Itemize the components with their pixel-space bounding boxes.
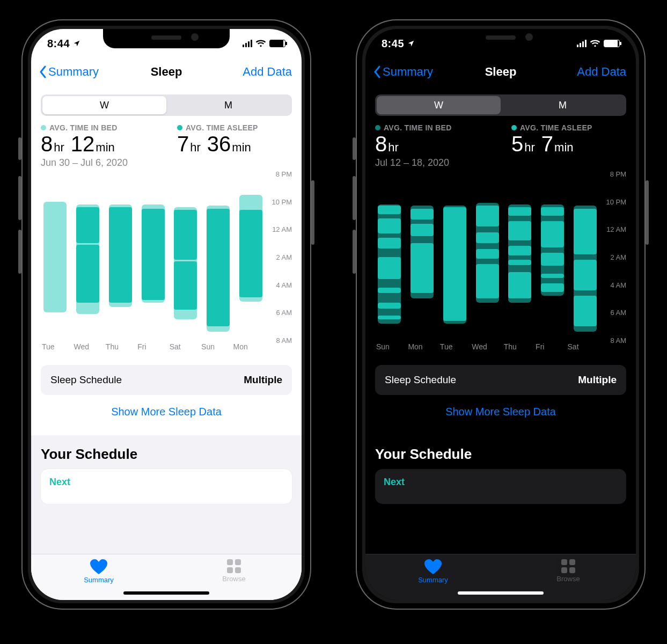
segmented-control[interactable]: W M	[375, 94, 626, 116]
svg-rect-3	[235, 567, 241, 573]
x-tick: Wed	[72, 342, 104, 356]
stage: 8:44 Summary Sleep Add Data	[0, 0, 667, 644]
y-tick: 6 AM	[610, 309, 626, 317]
date-range: Jun 30 – Jul 6, 2020	[41, 157, 292, 169]
show-more-link[interactable]: Show More Sleep Data	[375, 395, 626, 432]
chart-bar[interactable]	[507, 174, 533, 340]
status-time: 8:44	[47, 38, 70, 50]
next-label: Next	[384, 477, 618, 488]
wifi-icon	[255, 40, 266, 47]
row-value: Multiple	[578, 374, 617, 386]
legend-bed: AVG. TIME IN BED	[375, 123, 490, 132]
notch	[103, 29, 230, 48]
y-tick: 8 PM	[610, 170, 626, 178]
y-tick: 2 AM	[610, 253, 626, 261]
y-tick: 6 AM	[276, 309, 292, 317]
svg-rect-6	[561, 567, 567, 573]
y-tick: 4 AM	[610, 281, 626, 289]
y-tick: 12 AM	[272, 225, 292, 233]
nav-title: Sleep	[485, 65, 517, 79]
sleep-schedule-row[interactable]: Sleep Schedule Multiple	[375, 365, 626, 395]
next-label: Next	[49, 477, 283, 488]
add-data-button[interactable]: Add Data	[243, 65, 292, 79]
sleep-chart[interactable]: 8 PM10 PM12 AM2 AM4 AM6 AM8 AMTueWedThuF…	[41, 174, 292, 356]
chart-bar[interactable]	[140, 174, 166, 340]
back-button[interactable]: Summary	[373, 65, 433, 79]
svg-rect-5	[569, 559, 575, 565]
chart-bar[interactable]	[238, 174, 264, 340]
section-title-your-schedule: Your Schedule	[365, 444, 636, 469]
row-label: Sleep Schedule	[385, 374, 456, 386]
chart-bar[interactable]	[205, 174, 231, 340]
chart-bar[interactable]	[107, 174, 134, 340]
status-time: 8:45	[382, 38, 404, 50]
sleep-schedule-row[interactable]: Sleep Schedule Multiple	[41, 365, 292, 395]
metrics-row: AVG. TIME IN BED 8hr 12min AVG. TIME ASL…	[41, 123, 292, 156]
battery-icon	[604, 40, 620, 47]
segment-week[interactable]: W	[42, 96, 166, 114]
x-tick: Tue	[439, 342, 471, 356]
row-value: Multiple	[244, 374, 282, 386]
chart-bar[interactable]	[442, 174, 468, 340]
y-tick: 8 AM	[276, 336, 292, 345]
row-label: Sleep Schedule	[50, 374, 122, 386]
svg-rect-0	[227, 559, 233, 565]
next-schedule-card[interactable]: Next	[375, 469, 626, 504]
dot-icon	[41, 125, 46, 130]
x-tick: Wed	[471, 342, 502, 356]
x-tick: Thu	[503, 342, 534, 356]
metric-bed-value: 8hr 12min	[41, 132, 156, 156]
x-tick: Sun	[200, 342, 232, 356]
dot-icon	[177, 125, 182, 130]
segmented-control[interactable]: W M	[41, 94, 292, 116]
svg-rect-1	[235, 559, 241, 565]
chart-bar[interactable]	[75, 174, 101, 340]
show-more-link[interactable]: Show More Sleep Data	[41, 395, 292, 432]
segment-month[interactable]: M	[501, 96, 625, 114]
heart-icon	[424, 559, 442, 575]
sleep-card: W M AVG. TIME IN BED 8hr AVG. TIME ASLEE…	[365, 86, 636, 435]
chart-bar[interactable]	[572, 174, 598, 340]
screen: 8:45 Summary Sleep Add Data	[365, 29, 636, 600]
section-title-your-schedule: Your Schedule	[31, 444, 302, 469]
signal-icon	[243, 40, 252, 47]
x-tick: Fri	[136, 342, 168, 356]
content-scroll[interactable]: W M AVG. TIME IN BED 8hr 12min AVG.	[31, 86, 302, 554]
x-tick: Mon	[232, 342, 264, 356]
next-schedule-card[interactable]: Next	[41, 469, 292, 504]
segment-week[interactable]: W	[377, 96, 501, 114]
chevron-left-icon	[39, 65, 47, 78]
notch	[437, 29, 564, 48]
screen: 8:44 Summary Sleep Add Data	[31, 29, 302, 600]
y-tick: 10 PM	[272, 197, 292, 206]
y-tick: 8 AM	[610, 336, 626, 345]
legend-asleep: AVG. TIME ASLEEP	[177, 123, 292, 132]
back-label: Summary	[48, 65, 99, 79]
chart-bar[interactable]	[172, 174, 199, 340]
date-range: Jul 12 – 18, 2020	[375, 157, 626, 169]
content-scroll[interactable]: W M AVG. TIME IN BED 8hr AVG. TIME ASLEE…	[365, 86, 636, 554]
tab-bar: Summary Browse	[31, 554, 302, 600]
dot-icon	[375, 125, 380, 130]
x-tick: Mon	[407, 342, 438, 356]
chart-bar[interactable]	[42, 174, 68, 340]
x-tick: Sat	[168, 342, 200, 356]
back-label: Summary	[383, 65, 433, 79]
phone-mock-dark: 8:45 Summary Sleep Add Data	[356, 19, 646, 610]
grid-icon	[561, 559, 576, 574]
y-tick: 12 AM	[606, 225, 626, 233]
segment-month[interactable]: M	[166, 96, 290, 114]
home-indicator[interactable]	[123, 591, 209, 595]
x-tick: Sun	[375, 342, 407, 356]
chart-bar[interactable]	[474, 174, 501, 340]
home-indicator[interactable]	[458, 591, 544, 595]
sleep-chart[interactable]: 8 PM10 PM12 AM2 AM4 AM6 AM8 AMSunMonTueW…	[375, 174, 626, 356]
dot-icon	[511, 125, 517, 130]
back-button[interactable]: Summary	[39, 65, 99, 79]
x-tick: Thu	[105, 342, 136, 356]
add-data-button[interactable]: Add Data	[577, 65, 626, 79]
chart-bar[interactable]	[376, 174, 402, 340]
chart-bar[interactable]	[409, 174, 435, 340]
chart-bar[interactable]	[539, 174, 566, 340]
metric-bed-value: 8hr	[375, 132, 490, 156]
